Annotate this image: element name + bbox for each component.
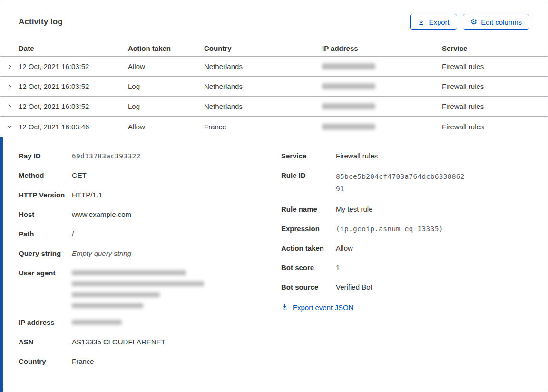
- column-header-ip-address: IP address: [322, 44, 442, 52]
- cell-action-taken: Log: [128, 82, 204, 90]
- cell-action-taken: Allow: [128, 62, 204, 70]
- edit-columns-button-label: Edit columns: [481, 18, 522, 26]
- field-service: Service Firewall rules: [281, 151, 529, 161]
- download-icon: [281, 303, 288, 312]
- export-button-label: Export: [429, 18, 449, 26]
- cell-country: Netherlands: [204, 102, 322, 110]
- toolbar: Export ⚙ Edit columns: [410, 14, 529, 30]
- cell-service: Firewall rules: [442, 82, 548, 90]
- cell-service: Firewall rules: [442, 102, 548, 110]
- field-path: Path /: [19, 229, 281, 239]
- field-user-agent: User agent: [19, 268, 281, 308]
- field-ip-address: IP address: [19, 317, 281, 328]
- cell-date: 12 Oct, 2021 16:03:52: [19, 82, 128, 90]
- export-event-json-label: Export event JSON: [293, 304, 353, 312]
- event-detail-panel: Ray ID 69d13783ac393322 Method GET HTTP …: [0, 137, 548, 392]
- gear-icon: ⚙: [470, 18, 477, 26]
- download-icon: [418, 19, 425, 26]
- field-method: Method GET: [19, 170, 281, 181]
- field-asn: ASN AS13335 CLOUDFLARENET: [19, 337, 281, 347]
- cell-country: Netherlands: [204, 82, 322, 90]
- export-button[interactable]: Export: [410, 14, 457, 30]
- field-rule-name: Rule name My test rule: [281, 204, 529, 215]
- redacted-user-agent: [72, 268, 204, 308]
- chevron-down-icon[interactable]: [0, 117, 19, 137]
- table-row-expanded[interactable]: 12 Oct, 2021 16:03:46 Allow France Firew…: [0, 117, 548, 137]
- redacted-ip-address: [322, 103, 375, 109]
- redacted-ip-address: [72, 317, 122, 325]
- field-bot-score: Bot score 1: [281, 263, 529, 273]
- field-host: Host www.example.com: [19, 209, 281, 220]
- table-row[interactable]: 12 Oct, 2021 16:03:52 Log Netherlands Fi…: [0, 97, 548, 117]
- field-http-version: HTTP Version HTTP/1.1: [19, 190, 281, 200]
- detail-column-left: Ray ID 69d13783ac393322 Method GET HTTP …: [19, 151, 281, 376]
- field-action-taken: Action taken Allow: [281, 243, 529, 254]
- cell-date: 12 Oct, 2021 16:03:46: [19, 123, 128, 131]
- edit-columns-button[interactable]: ⚙ Edit columns: [463, 14, 529, 30]
- field-country: Country France: [19, 356, 281, 367]
- field-rule-id: Rule ID 85bce5b204cf4703a764dcb633886291: [281, 170, 529, 195]
- field-ray-id: Ray ID 69d13783ac393322: [19, 151, 281, 161]
- column-header-service: Service: [442, 44, 548, 52]
- cell-action-taken: Allow: [128, 123, 204, 131]
- table-row[interactable]: 12 Oct, 2021 16:03:52 Allow Netherlands …: [0, 57, 548, 77]
- field-expression: Expression (ip.geoip.asnum eq 13335): [281, 224, 529, 234]
- cell-date: 12 Oct, 2021 16:03:52: [19, 62, 128, 70]
- redacted-ip-address: [322, 83, 375, 89]
- cell-service: Firewall rules: [442, 123, 548, 131]
- chevron-right-icon[interactable]: [0, 77, 19, 96]
- detail-column-right: Service Firewall rules Rule ID 85bce5b20…: [281, 151, 529, 312]
- page-title: Activity log: [19, 17, 63, 27]
- redacted-ip-address: [322, 63, 375, 69]
- activity-log-panel: Activity log Export ⚙ Edit columns Date …: [0, 0, 548, 392]
- field-query-string: Query string Empty query string: [19, 248, 281, 259]
- column-header-date: Date: [19, 44, 128, 52]
- column-header-country: Country: [204, 44, 322, 52]
- column-header-action-taken: Action taken: [128, 44, 204, 52]
- cell-action-taken: Log: [128, 102, 204, 110]
- chevron-right-icon[interactable]: [0, 97, 19, 116]
- cell-service: Firewall rules: [442, 62, 548, 70]
- export-event-json-link[interactable]: Export event JSON: [281, 303, 353, 312]
- cell-date: 12 Oct, 2021 16:03:52: [19, 102, 128, 110]
- chevron-right-icon[interactable]: [0, 57, 19, 76]
- topbar: Activity log Export ⚙ Edit columns: [0, 0, 548, 40]
- table-header: Date Action taken Country IP address Ser…: [0, 40, 548, 57]
- table-row[interactable]: 12 Oct, 2021 16:03:52 Log Netherlands Fi…: [0, 77, 548, 97]
- field-bot-source: Bot source Verified Bot: [281, 282, 529, 293]
- cell-country: Netherlands: [204, 62, 322, 70]
- cell-country: France: [204, 123, 322, 131]
- redacted-ip-address: [322, 124, 375, 130]
